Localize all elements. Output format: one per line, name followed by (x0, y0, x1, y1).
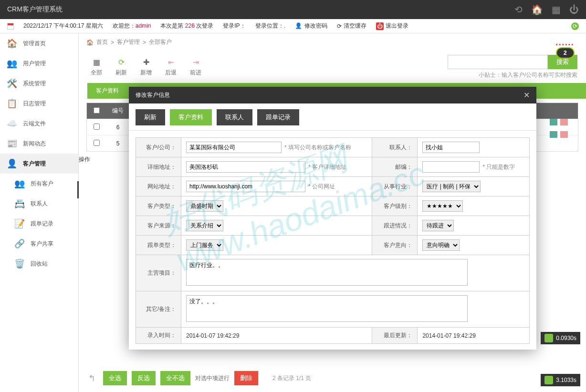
delete-icon[interactable] (560, 131, 568, 138)
sidebar-item-trash[interactable]: 🗑️回收站 (0, 254, 78, 274)
users-icon: 👥 (7, 58, 17, 69)
change-password-link[interactable]: 👤修改密码 (295, 22, 327, 30)
type-select[interactable]: 鼎盛时期 (186, 200, 223, 212)
modal-timer-badge: 0.0930s (541, 332, 580, 344)
bc-p1[interactable]: 客户管理 (117, 38, 140, 46)
clear-cache-link[interactable]: ⟳清空缓存 (337, 22, 366, 30)
users-icon: 👥 (14, 178, 25, 189)
sidebar-item-home[interactable]: 🏠管理首页 (0, 33, 78, 53)
sidebar-item-share[interactable]: 🔗客户共享 (0, 234, 78, 254)
tab-customer-info[interactable]: 客户资料 (170, 109, 212, 125)
lbl-follow-type: 跟单类型： (136, 236, 181, 255)
bc-p2: 全部客户 (149, 38, 172, 46)
invert-select-button[interactable]: 反选 (132, 371, 156, 385)
lbl-created: 录入时间： (136, 328, 181, 344)
address-input[interactable] (186, 161, 305, 173)
admin-name: admin (136, 22, 151, 29)
lbl-remark: 其它/备注： (136, 291, 181, 328)
home-icon: 🏠 (86, 39, 94, 46)
tool-back[interactable]: ⇤后退 (162, 58, 180, 77)
tool-refresh[interactable]: ⟳刷新 (112, 58, 130, 77)
lbl-updated: 最后更新： (372, 328, 418, 344)
topbar: CRM客户管理系统 ⟲ 🏠 ▦ ⏻ (0, 0, 586, 19)
home-icon[interactable]: 🏠 (531, 4, 543, 15)
power-small-icon: ⏻ (376, 22, 384, 30)
action-prefix: 对选中项进行 (195, 374, 230, 382)
level-select[interactable]: ★★★★★ (422, 200, 463, 212)
notif-dots-icon: •••••• (556, 42, 575, 47)
status-select[interactable]: 待跟进 (422, 220, 454, 231)
datetime-text: 2022/12/17 下午4:00:17 星期六 (23, 22, 103, 30)
leaf-icon (544, 376, 553, 384)
contact-input[interactable] (422, 142, 480, 153)
industry-select[interactable]: 医疗 | 制药 | 环保 (422, 181, 481, 192)
sidebar-item-customers[interactable]: 👤客户管理 (0, 154, 78, 174)
lbl-status: 跟进情况： (372, 216, 418, 236)
tab-contacts[interactable]: 联系人 (217, 109, 252, 125)
delete-icon[interactable] (560, 119, 568, 125)
edit-icon[interactable] (550, 131, 557, 138)
sync-icon[interactable]: ⟲ (514, 4, 523, 15)
notification-bubble[interactable]: •••••• 2 (556, 42, 575, 59)
source-select[interactable]: 关系介绍 (186, 220, 223, 231)
log-icon: 📋 (7, 98, 17, 109)
power-icon[interactable]: ⏻ (569, 4, 579, 15)
refresh-button[interactable]: ⟳ (571, 22, 579, 30)
login-count-suffix: 次登录 (195, 22, 213, 29)
page-timer-badge: 3.1033s (541, 374, 580, 386)
search-hint: 输入客户/公司名称可实时搜索 (502, 72, 577, 78)
pager-text: 2 条记录 1/1 页 (272, 374, 311, 382)
select-all-checkbox[interactable] (94, 107, 100, 113)
tab-followups[interactable]: 跟单记录 (257, 109, 299, 125)
follow-type-select[interactable]: 上门服务 (186, 239, 223, 251)
sidebar-item-cloud[interactable]: ☁️云端文件 (0, 113, 78, 134)
footer: ↰ 全选 反选 全不选 对选中项进行 删除 2 条记录 1/1 页 (79, 364, 586, 392)
lbl-company: 客户/公司： (136, 138, 181, 157)
zip-hint: * 只能是数字 (482, 164, 515, 170)
forward-icon: ⇥ (193, 58, 199, 67)
logout-link[interactable]: ⏻退出登录 (376, 22, 408, 30)
sidebar-item-followups[interactable]: 📝跟单记录 (0, 214, 78, 234)
sidebar-item-users[interactable]: 👥用户管理 (0, 53, 78, 73)
row-checkbox[interactable] (94, 124, 100, 130)
modal-title: 修改客户信息 (136, 91, 170, 99)
sidebar-item-contacts[interactable]: 📇联系人 (0, 194, 78, 214)
lbl-main-biz: 主营项目： (136, 255, 181, 291)
sidebar-item-news[interactable]: 📰新闻动态 (0, 134, 78, 154)
row-checkbox[interactable] (94, 140, 100, 146)
main-biz-textarea[interactable]: 医疗行业。。 (186, 259, 468, 286)
tool-add[interactable]: ✚新增 (137, 58, 155, 77)
tool-all[interactable]: ▦全部 (87, 58, 105, 77)
login-loc: 登录位置： (255, 22, 284, 29)
sidebar-item-system[interactable]: 🛠️系统管理 (0, 73, 78, 93)
note-icon: 📝 (14, 218, 25, 229)
apps-icon[interactable]: ▦ (552, 4, 561, 15)
tab-refresh[interactable]: 刷新 (136, 109, 165, 125)
website-input[interactable] (186, 181, 305, 192)
tools-icon: 🛠️ (7, 78, 17, 89)
welcome-prefix: 欢迎您： (113, 22, 136, 29)
search-input[interactable] (448, 55, 548, 69)
grid-icon: ▦ (93, 58, 100, 67)
lbl-level: 客户级别： (372, 196, 418, 216)
website-hint: * 公司网址 (308, 183, 335, 190)
close-icon[interactable]: ✕ (523, 91, 530, 100)
contact-icon: 📇 (14, 198, 25, 209)
sidebar-item-all-customers[interactable]: 👥所有客户 (0, 174, 78, 194)
intent-select[interactable]: 意向明确 (422, 239, 460, 251)
tool-fwd[interactable]: ⇥前进 (187, 58, 205, 77)
select-none-button[interactable]: 全不选 (160, 371, 190, 385)
created-value: 2014-01-07 19:42:29 (181, 328, 372, 344)
zip-input[interactable] (422, 161, 480, 173)
infobar: 2022/12/17 下午4:00:17 星期六 欢迎您：admin 本次是第 … (0, 19, 586, 33)
remark-textarea[interactable]: 没了。。。 (186, 295, 468, 322)
select-all-button[interactable]: 全选 (103, 371, 127, 385)
delete-button[interactable]: 删除 (234, 371, 258, 385)
bc-home[interactable]: 首页 (96, 38, 108, 46)
login-count: 226 (185, 22, 195, 29)
lbl-source: 客户来源： (136, 216, 181, 236)
home-icon: 🏠 (7, 38, 17, 49)
sidebar-item-logs[interactable]: 📋日志管理 (0, 93, 78, 113)
edit-icon[interactable] (550, 119, 557, 125)
company-input[interactable] (186, 142, 282, 153)
